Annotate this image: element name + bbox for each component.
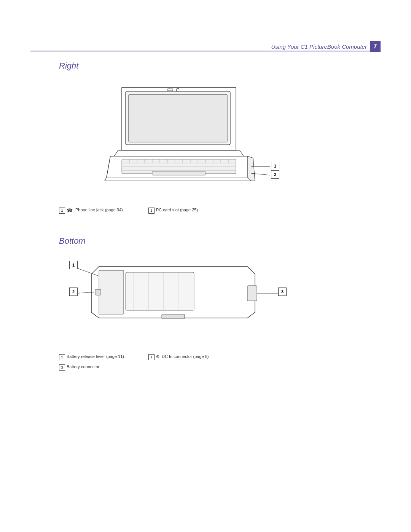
caption-text-2: PC card slot (page 25) <box>156 208 198 212</box>
dc-icon: ⊛ <box>156 354 159 359</box>
svg-rect-1 <box>129 94 227 142</box>
caption-right-1: 1 ☎ Phone line jack (page 34) <box>59 208 123 214</box>
svg-rect-29 <box>247 286 257 301</box>
svg-rect-3 <box>167 89 173 91</box>
heading-bottom: Bottom <box>59 236 86 246</box>
callout-1-laptop: 1 <box>271 162 279 170</box>
svg-rect-30 <box>95 289 101 295</box>
page: Using Your C1 PictureBook Computer 7 Rig… <box>0 0 411 532</box>
svg-rect-28 <box>99 270 124 314</box>
phone-icon: ☎ <box>67 208 73 213</box>
header: Using Your C1 PictureBook Computer 7 <box>271 41 381 52</box>
svg-rect-27 <box>126 272 194 310</box>
caption-b-num-2: 2 <box>148 354 155 360</box>
caption-b-text-3: Battery connector <box>67 364 99 369</box>
callout-1-bottom: 1 <box>69 261 78 269</box>
caption-text-1: Phone line jack (page 34) <box>75 208 123 212</box>
caption-right-2: 2 PC card slot (page 25) <box>148 208 198 214</box>
callout-2-bottom: 2 <box>69 288 78 296</box>
caption-bottom-2: 2 ⊛ DC In connector (page 8) <box>148 354 209 360</box>
callout-2-laptop: 2 <box>271 170 279 179</box>
caption-b-num-3: 3 <box>59 364 65 371</box>
caption-bottom-3: 3 Battery connector <box>59 364 99 371</box>
caption-b-text-1: Battery release lever (page 11) <box>67 354 124 359</box>
caption-bottom-1: 1 Battery release lever (page 11) <box>59 354 124 360</box>
caption-b-num-1: 1 <box>59 354 65 360</box>
svg-point-2 <box>176 88 179 91</box>
caption-num-2: 2 <box>148 208 155 214</box>
svg-rect-35 <box>162 314 185 319</box>
caption-num-1: 1 <box>59 208 65 214</box>
bottom-diagram: 1 2 3 <box>49 251 293 343</box>
callout-3-bottom: 3 <box>278 288 287 296</box>
header-title: Using Your C1 PictureBook Computer <box>271 43 367 50</box>
svg-rect-22 <box>152 171 206 175</box>
caption-b-text-2: DC In connector (page 8) <box>162 354 209 359</box>
page-number: 7 <box>370 41 381 52</box>
heading-right: Right <box>59 61 78 71</box>
laptop-diagram: 1 2 <box>76 76 297 198</box>
